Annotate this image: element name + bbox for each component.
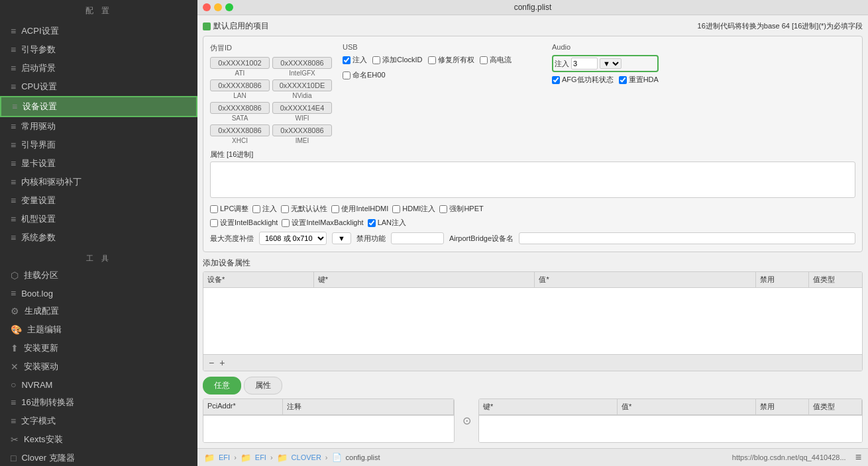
spoof-section: 伪冒ID ATIIntelGFXLANNVidiaSATAWIFIXHCIIME… [210, 43, 332, 144]
intel-hdmi-checkbox[interactable] [331, 205, 339, 213]
force-hpet-checkbox[interactable] [439, 205, 447, 213]
sidebar-item-kernel[interactable]: ≡内核和驱动补丁 [0, 173, 197, 191]
sidebar-item-bootui[interactable]: ≡引导界面 [0, 136, 197, 154]
sidebar-label-cpu: CPU设置 [21, 81, 56, 93]
tool-item-textmode[interactable]: ≡文字模式 [0, 412, 197, 430]
spoof-input-3[interactable] [272, 79, 332, 91]
hex-attr-label: 属性 [16进制] [210, 150, 855, 160]
spoof-cell-7: IMEI [272, 124, 332, 144]
tool-item-nvram[interactable]: ○NVRAM [0, 376, 197, 393]
usb-cb-2[interactable] [428, 56, 436, 64]
spoof-input-7[interactable] [272, 124, 332, 136]
hdmi-inject-checkbox[interactable] [392, 205, 400, 213]
tool-item-kext[interactable]: ✕安装驱动 [0, 357, 197, 376]
audio-section: Audio 注入 ▼ AFG低功耗状态 [552, 43, 659, 85]
col-valtype: 值类型 [809, 272, 862, 287]
breadcrumb-clover[interactable]: CLOVER [292, 453, 321, 461]
hex-attr-textarea[interactable] [210, 162, 855, 198]
sidebar-item-bootargs[interactable]: ≡引导参数 [0, 40, 197, 59]
spoof-sublabel-7: IMEI [296, 137, 309, 144]
spoof-input-2[interactable] [210, 79, 270, 91]
tab-attr[interactable]: 属性 [244, 377, 282, 395]
sidebar-label-sys: 系统参数 [21, 232, 56, 244]
remove-device-btn[interactable]: − [207, 357, 215, 368]
usb-cb-1[interactable] [372, 56, 380, 64]
tool-icon-mount: ⬡ [11, 270, 19, 281]
status-bar: 📁 EFI › 📁 EFI › 📁 CLOVER › 📄 config.plis… [197, 448, 868, 466]
status-menu-icon[interactable]: ≡ [855, 451, 861, 463]
breadcrumb-efi2[interactable]: EFI [255, 453, 266, 461]
sidebar-item-cpu[interactable]: ≡CPU设置 [0, 77, 197, 96]
lpc-checkbox[interactable] [210, 205, 218, 213]
tool-item-theme[interactable]: 🎨主题编辑 [0, 320, 197, 339]
tool-icon-textmode: ≡ [11, 416, 16, 426]
tool-item-kexts[interactable]: ✂Kexts安装 [0, 430, 197, 449]
usb-cb-item-3: 高电流 [480, 55, 512, 65]
usb-cb-item-2: 修复所有权 [428, 55, 474, 65]
spoof-input-6[interactable] [210, 124, 270, 136]
tool-item-genconfig[interactable]: ⚙生成配置 [0, 302, 197, 320]
breadcrumb-efi1[interactable]: EFI [219, 453, 230, 461]
inject-checkbox2[interactable] [252, 205, 260, 213]
intel-backlight-checkbox[interactable] [210, 219, 218, 227]
no-default-checkbox[interactable] [281, 205, 289, 213]
bottom-tabs: 任意 属性 [203, 377, 863, 395]
tool-label-update: 安装更新 [24, 342, 58, 354]
sidebar-item-common[interactable]: ≡常用驱动 [0, 117, 197, 136]
bottom-left-pane: PciAddr* 注释 − + [203, 398, 455, 443]
sidebar-item-acpi[interactable]: ≡ACPI设置 [0, 22, 197, 40]
audio-inject-select[interactable]: ▼ [600, 58, 622, 69]
audio-hda-checkbox[interactable] [619, 76, 627, 84]
usb-section: USB 注入添加ClockID修复所有权高电流 命名EH00 [343, 43, 541, 80]
center-arrow-icon: ⊙ [460, 398, 473, 443]
tool-label-textmode: 文字模式 [21, 415, 56, 427]
audio-inject-label: 注入 [555, 59, 569, 69]
airport-input[interactable] [519, 232, 855, 244]
intel-max-backlight-label: 设置IntelMaxBacklight [292, 218, 363, 228]
ban-func-input[interactable] [391, 232, 444, 244]
green-dot-icon [203, 23, 211, 30]
zoom-dot[interactable] [225, 3, 233, 11]
sidebar-item-var[interactable]: ≡变量设置 [0, 191, 197, 210]
usb-cb-0[interactable] [343, 56, 351, 64]
close-dot[interactable] [203, 3, 211, 11]
tool-item-cloner[interactable]: □Clover 克隆器 [0, 449, 197, 466]
audio-inject-input[interactable] [571, 58, 598, 70]
audio-afg-checkbox[interactable] [552, 76, 560, 84]
tool-item-mount[interactable]: ⬡挂载分区 [0, 266, 197, 285]
usb-ehoo-checkbox[interactable] [343, 71, 351, 79]
spoof-input-1[interactable] [272, 57, 332, 69]
sidebar-icon-model: ≡ [11, 214, 16, 224]
usb-cb-3[interactable] [480, 56, 488, 64]
spoof-input-5[interactable] [272, 102, 332, 114]
minimize-dot[interactable] [214, 3, 222, 11]
valtype-col2: 值类型 [809, 399, 862, 415]
hex-notice: 16进制代码将转换为base 64 [16进制](*)为必填字段 [698, 21, 863, 31]
sidebar-item-device[interactable]: ≡设备设置 [0, 96, 197, 117]
tool-label-hexconvert: 16进制转换器 [21, 396, 74, 408]
spoof-input-4[interactable] [210, 102, 270, 114]
sidebar-section-config: 配 置 [0, 0, 197, 22]
brightness-select[interactable]: 1608 或 0x710 [259, 232, 327, 245]
status-url: https://blog.csdn.net/qq_4410428... [732, 453, 846, 461]
tool-item-bootlog[interactable]: ≡Boot.log [0, 285, 197, 302]
intel-max-backlight-checkbox[interactable] [282, 219, 290, 227]
tool-item-update[interactable]: ⬆安装更新 [0, 339, 197, 357]
add-device-btn[interactable]: + [218, 357, 226, 368]
lan-inject-checkbox[interactable] [368, 219, 376, 227]
hex-attr-section: 属性 [16进制] [210, 150, 855, 200]
sidebar-item-gpu[interactable]: ≡显卡设置 [0, 154, 197, 173]
tool-label-kexts: Kexts安装 [24, 434, 63, 445]
sidebar-item-sys[interactable]: ≡系统参数 [0, 228, 197, 247]
spoof-cell-0: ATI [210, 57, 270, 77]
sidebar-item-bootbg[interactable]: ≡启动背景 [0, 59, 197, 77]
spoof-sublabel-0: ATI [235, 70, 245, 77]
add-devices-table: 设备* 键* 值* 禁用 值类型 − + [203, 271, 863, 371]
spoof-input-0[interactable] [210, 57, 270, 69]
brightness-confirm-btn[interactable]: ▼ [332, 232, 351, 244]
sidebar-item-model[interactable]: ≡机型设置 [0, 210, 197, 228]
brightness-label: 最大亮度补偿 [210, 234, 254, 244]
tab-any[interactable]: 任意 [203, 377, 241, 395]
col-key: 键* [314, 272, 535, 287]
tool-item-hexconvert[interactable]: ≡16进制转换器 [0, 393, 197, 412]
